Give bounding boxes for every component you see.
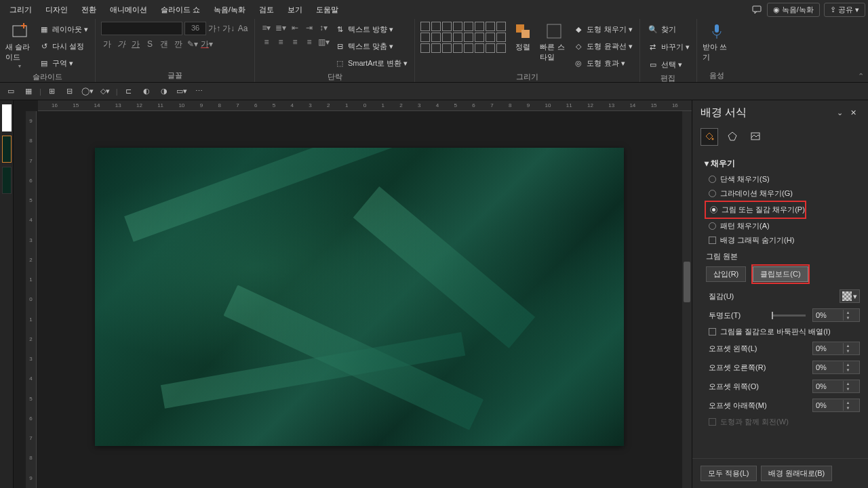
underline-button[interactable]: 가	[130, 38, 142, 50]
pane-options-icon[interactable]: ⌄	[833, 106, 846, 120]
collapse-ribbon-icon[interactable]: ⌃	[858, 72, 864, 81]
offset-top-spinner[interactable]: ▲▼	[812, 380, 860, 393]
qat-icon-1[interactable]: ▭	[4, 85, 18, 98]
slide-thumb-2[interactable]	[2, 136, 12, 163]
numbering-button[interactable]: ≣▾	[275, 22, 287, 34]
fill-gradient-radio[interactable]: 그라데이션 채우기(G)	[705, 186, 860, 201]
tab-animation[interactable]: 애니메이션	[103, 2, 154, 18]
clipboard-button[interactable]: 클립보드(C)	[753, 266, 808, 282]
align-justify-button[interactable]: ≡	[303, 36, 315, 48]
offset-right-spinner[interactable]: ▲▼	[812, 361, 860, 374]
transparency-spinner[interactable]: ▲▼	[812, 308, 860, 322]
qat-icon-6[interactable]: ◇▾	[98, 85, 112, 98]
fill-pattern-radio[interactable]: 패턴 채우기(A)	[705, 219, 860, 233]
clear-format-icon[interactable]: Aa	[237, 22, 249, 35]
replace-button[interactable]: ⇄바꾸기 ▾	[646, 39, 691, 54]
columns-button[interactable]: ▥▾	[317, 36, 330, 48]
tab-draw[interactable]: 그리기	[3, 2, 39, 18]
apply-all-button[interactable]: 모두 적용(L)	[701, 466, 757, 481]
qat-more-icon[interactable]: ⋯	[193, 85, 206, 98]
qat-icon-10[interactable]: ▭▾	[175, 85, 189, 98]
offset-top-value[interactable]	[813, 382, 843, 390]
offset-right-value[interactable]	[813, 363, 843, 371]
strike-button[interactable]: S	[144, 38, 156, 50]
record-button[interactable]: ◉ 녹음/녹화	[767, 3, 820, 17]
bullets-button[interactable]: ≡▾	[260, 22, 273, 34]
tile-check[interactable]: 그림을 질감으로 바둑판식 배열(I)	[705, 325, 860, 339]
share-button[interactable]: ⇪ 공유 ▾	[824, 3, 865, 17]
svg-rect-5	[715, 24, 719, 33]
shrink-font-icon[interactable]: 가↓	[222, 22, 235, 35]
qat-icon-5[interactable]: ◯▾	[81, 85, 94, 98]
transparency-value[interactable]	[813, 311, 843, 319]
text-direction-button[interactable]: ⇅텍스트 방향 ▾	[332, 22, 409, 37]
layout-button[interactable]: ▦레이아웃 ▾	[37, 22, 90, 37]
tab-review[interactable]: 검토	[252, 2, 281, 18]
align-left-button[interactable]: ≡	[260, 36, 273, 48]
slide-thumb-1[interactable]	[2, 104, 12, 131]
tab-design[interactable]: 디자인	[39, 2, 75, 18]
offset-left-value[interactable]	[813, 344, 843, 352]
texture-picker[interactable]: ▾	[840, 289, 860, 303]
font-size-combo[interactable]: 36	[184, 22, 206, 35]
change-case-button[interactable]: 깐	[172, 38, 184, 50]
tab-slideshow[interactable]: 슬라이드 쇼	[154, 2, 207, 18]
align-right-button[interactable]: ≡	[289, 36, 301, 48]
reset-bg-button[interactable]: 배경 원래대로(B)	[761, 466, 833, 481]
slide-canvas[interactable]	[95, 148, 624, 446]
font-color-button[interactable]: 가▾	[201, 38, 213, 50]
shape-effects-button[interactable]: ◎도형 효과 ▾	[571, 56, 633, 70]
new-slide-button[interactable]: 새 슬라이드 ▼	[5, 22, 34, 68]
grow-font-icon[interactable]: 가↑	[208, 22, 220, 35]
qat-icon-3[interactable]: ⊞	[45, 85, 59, 98]
qat-crop-icon[interactable]: ⊏	[122, 85, 136, 98]
shape-fill-button[interactable]: ◆도형 채우기 ▾	[571, 22, 633, 37]
insert-button[interactable]: 삽입(R)	[706, 266, 746, 282]
shapes-gallery[interactable]	[420, 22, 506, 53]
fill-section-header[interactable]: ▾ 채우기	[705, 155, 860, 172]
offset-bottom-spinner[interactable]: ▲▼	[812, 399, 860, 412]
dictate-button[interactable]: 받아 쓰기	[703, 22, 731, 62]
offset-left-spinner[interactable]: ▲▼	[812, 342, 860, 355]
smartart-button[interactable]: ⬚SmartArt로 변환 ▾	[332, 56, 409, 70]
slide-thumb-3[interactable]	[2, 167, 12, 194]
shape-outline-button[interactable]: ◇도형 윤곽선 ▾	[571, 39, 633, 54]
group-slides: 새 슬라이드 ▼ ▦레이아웃 ▾ ↺다시 설정 ▤구역 ▾ 슬라이드	[0, 19, 96, 82]
quick-styles-button[interactable]: 빠른 스타일	[540, 22, 568, 62]
pane-tab-effects-icon[interactable]	[724, 128, 741, 146]
pane-close-icon[interactable]: ✕	[846, 106, 860, 120]
comments-icon[interactable]	[751, 3, 763, 16]
qat-icon-8[interactable]: ◐	[140, 85, 153, 98]
section-button[interactable]: ▤구역 ▾	[37, 56, 90, 70]
char-spacing-button[interactable]: 갠	[158, 38, 170, 50]
highlight-button[interactable]: ✎▾	[186, 38, 199, 50]
tab-record[interactable]: 녹음/녹화	[207, 2, 252, 18]
line-spacing-button[interactable]: ↕▾	[317, 22, 330, 34]
find-button[interactable]: 🔍찾기	[646, 22, 677, 37]
tab-help[interactable]: 도움말	[309, 2, 345, 18]
fill-solid-radio[interactable]: 단색 채우기(S)	[705, 172, 860, 186]
arrange-button[interactable]: 정렬	[509, 22, 537, 52]
svg-rect-4	[547, 24, 561, 38]
align-center-button[interactable]: ≡	[275, 36, 287, 48]
indent-inc-button[interactable]: ⇥	[303, 22, 315, 34]
font-family-combo[interactable]	[101, 22, 182, 35]
hide-bg-graphics-check[interactable]: 배경 그래픽 숨기기(H)	[705, 233, 860, 247]
pane-tab-picture-icon[interactable]	[747, 128, 764, 146]
tab-view[interactable]: 보기	[281, 2, 309, 18]
qat-icon-2[interactable]: ▦	[22, 85, 35, 98]
qat-icon-4[interactable]: ⊟	[63, 85, 77, 98]
fill-picture-radio[interactable]: 그림 또는 질감 채우기(P)	[706, 203, 805, 217]
italic-button[interactable]: 가	[115, 38, 127, 50]
transparency-slider[interactable]	[772, 314, 806, 317]
align-text-button[interactable]: ⊟텍스트 맞춤 ▾	[332, 39, 409, 54]
indent-dec-button[interactable]: ⇤	[289, 22, 301, 34]
qat-icon-9[interactable]: ◑	[157, 85, 171, 98]
reset-button[interactable]: ↺다시 설정	[37, 39, 90, 54]
vertical-scrollbar[interactable]	[682, 111, 692, 488]
offset-bottom-value[interactable]	[813, 401, 843, 409]
select-button[interactable]: ▭선택 ▾	[646, 57, 684, 72]
bold-button[interactable]: 가	[101, 38, 113, 50]
tab-transition[interactable]: 전환	[75, 2, 103, 18]
pane-tab-fill-icon[interactable]	[701, 128, 718, 146]
